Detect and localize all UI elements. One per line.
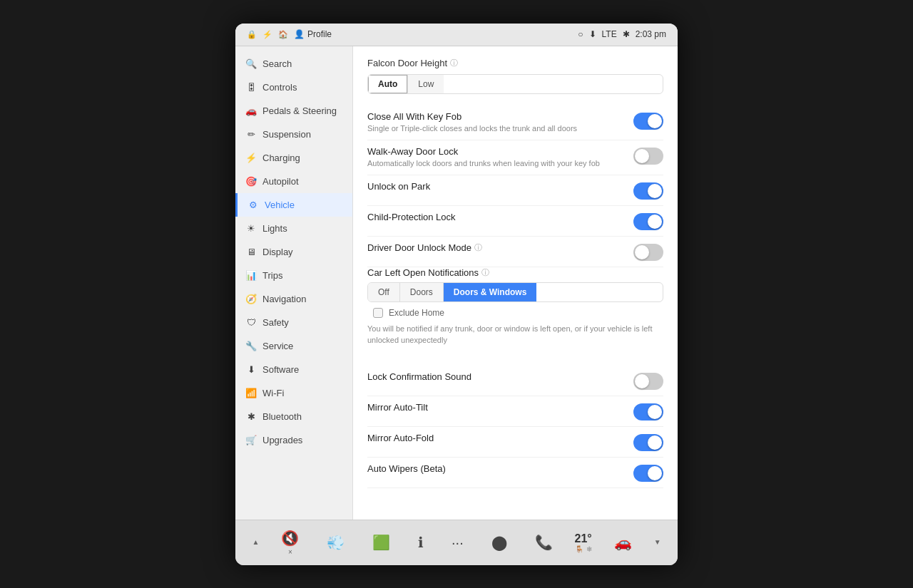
temperature-display[interactable]: 21° 🪑 ❄ (575, 532, 592, 553)
close-all-keyfob-desc: Single or Triple-click closes and locks … (367, 123, 625, 134)
unlock-on-park-title: Unlock on Park (367, 181, 625, 192)
controls-icon: 🎛 (245, 82, 257, 93)
time-display: 2:03 pm (636, 29, 666, 39)
walk-away-lock-title: Walk-Away Door Lock (367, 146, 625, 157)
sidebar-item-charging[interactable]: ⚡ Charging (235, 146, 352, 170)
falcon-door-btn-group: Auto Low (367, 74, 663, 94)
sidebar-item-upgrades[interactable]: 🛒 Upgrades (235, 428, 352, 452)
taskbar-arrows-down[interactable]: ▼ (654, 539, 661, 546)
car-left-open-section: Car Left Open Notifications ⓘ Off Doors … (367, 267, 663, 351)
sidebar-item-bluetooth[interactable]: ✱ Bluetooth (235, 405, 352, 428)
lock-confirmation-title: Lock Confirmation Sound (367, 371, 625, 382)
sidebar-item-navigation[interactable]: 🧭 Navigation (235, 287, 352, 311)
home-icon: 🏠 (278, 30, 288, 39)
volume-x-icon: × (288, 548, 292, 556)
auto-wipers-row: Auto Wipers (Beta) (367, 458, 663, 488)
taskbar-media[interactable]: ⬤ (486, 531, 513, 554)
sidebar-item-controls[interactable]: 🎛 Controls (235, 76, 352, 99)
bluetooth-icon: ✱ (623, 29, 630, 39)
taskbar-green[interactable]: 🟩 (367, 531, 396, 554)
sidebar: 🔍 Search 🎛 Controls 🚗 Pedals & Steering … (235, 46, 353, 520)
status-bar-left: 🔒 ⚡ 🏠 👤 Profile (247, 29, 332, 39)
mirror-auto-tilt-info: Mirror Auto-Tilt (367, 402, 633, 413)
falcon-door-section: Falcon Door Height ⓘ Auto Low (367, 58, 663, 94)
mirror-auto-fold-info: Mirror Auto-Fold (367, 433, 633, 443)
close-all-keyfob-toggle[interactable] (633, 113, 663, 130)
phone-icon: 📞 (535, 534, 553, 551)
info-taskbar-icon: ℹ (418, 534, 424, 551)
sidebar-item-pedals[interactable]: 🚗 Pedals & Steering (235, 99, 352, 123)
exclude-home-label: Exclude Home (389, 308, 444, 318)
navigation-icon: 🧭 (245, 294, 257, 304)
car-left-open-info-icon[interactable]: ⓘ (481, 267, 489, 278)
taskbar-volume[interactable]: 🔇 × (275, 527, 305, 559)
exclude-home-checkbox[interactable] (373, 308, 383, 318)
mirror-auto-tilt-toggle[interactable] (633, 403, 663, 421)
wifi-icon: 📶 (245, 388, 257, 398)
mirror-auto-fold-toggle[interactable] (633, 434, 663, 451)
seat-icon: 🪑 (575, 545, 583, 553)
walk-away-lock-toggle[interactable] (633, 148, 663, 165)
taskbar-car[interactable]: 🚗 (608, 531, 638, 554)
child-protection-toggle[interactable] (633, 213, 663, 230)
autopilot-icon: 🎯 (245, 176, 257, 187)
defrost-icon: ❄ (586, 545, 592, 553)
download-icon: ⬇ (589, 29, 596, 39)
lock-confirmation-info: Lock Confirmation Sound (367, 371, 633, 382)
vehicle-icon: ⚙ (248, 200, 259, 210)
bluetooth-sidebar-icon: ✱ (245, 411, 257, 422)
car-left-doors-windows-btn[interactable]: Doors & Windows (444, 283, 537, 301)
temp-icons: 🪑 ❄ (575, 545, 592, 553)
lock-confirmation-toggle[interactable] (633, 373, 663, 390)
child-protection-info: Child-Protection Lock (367, 212, 633, 222)
main-content: 🔍 Search 🎛 Controls 🚗 Pedals & Steering … (235, 46, 678, 520)
taskbar-arrows-up[interactable]: ▲ (252, 539, 259, 546)
falcon-door-low-btn[interactable]: Low (408, 75, 444, 93)
car-left-off-btn[interactable]: Off (368, 283, 400, 301)
temp-value: 21° (575, 532, 592, 545)
arrow-up-icon: ▲ (252, 539, 259, 546)
close-all-keyfob-row: Close All With Key Fob Single or Triple-… (367, 105, 663, 140)
falcon-door-info-icon[interactable]: ⓘ (450, 58, 458, 68)
driver-door-unlock-toggle[interactable] (633, 244, 663, 261)
driver-door-info-icon[interactable]: ⓘ (474, 242, 482, 253)
falcon-door-title: Falcon Door Height ⓘ (367, 58, 663, 68)
sidebar-item-lights[interactable]: ☀ Lights (235, 217, 352, 240)
driver-door-unlock-info: Driver Door Unlock Mode ⓘ (367, 242, 633, 253)
car-left-open-helper: You will be notified if any trunk, door … (367, 321, 663, 351)
child-protection-row: Child-Protection Lock (367, 206, 663, 237)
taskbar-more[interactable]: ··· (446, 532, 469, 554)
profile-button[interactable]: 👤 Profile (294, 29, 332, 39)
car-icon: 🚗 (614, 534, 632, 551)
status-bar: 🔒 ⚡ 🏠 👤 Profile ○ ⬇ LTE ✱ 2:03 pm (235, 24, 678, 46)
sidebar-item-vehicle[interactable]: ⚙ Vehicle (235, 193, 352, 217)
car-left-doors-btn[interactable]: Doors (400, 283, 444, 301)
sidebar-item-suspension[interactable]: ✏ Suspension (235, 123, 352, 146)
mirror-auto-fold-title: Mirror Auto-Fold (367, 433, 625, 443)
sidebar-item-service[interactable]: 🔧 Service (235, 334, 352, 358)
taskbar-fan[interactable]: 💨 (321, 531, 350, 554)
sidebar-item-display[interactable]: 🖥 Display (235, 240, 352, 264)
sidebar-item-software[interactable]: ⬇ Software (235, 358, 352, 381)
fan-icon: 💨 (327, 534, 345, 551)
sidebar-item-search[interactable]: 🔍 Search (235, 52, 352, 76)
software-icon: ⬇ (245, 364, 257, 375)
taskbar-info[interactable]: ℹ (412, 531, 429, 554)
sidebar-item-trips[interactable]: 📊 Trips (235, 264, 352, 287)
exclude-home-row: Exclude Home (367, 305, 663, 321)
unlock-on-park-toggle[interactable] (633, 182, 663, 200)
auto-wipers-title: Auto Wipers (Beta) (367, 463, 625, 474)
mirror-auto-tilt-row: Mirror Auto-Tilt (367, 396, 663, 427)
arrow-down-icon: ▼ (654, 539, 661, 546)
status-bar-right: ○ ⬇ LTE ✱ 2:03 pm (578, 29, 666, 39)
sidebar-item-wifi[interactable]: 📶 Wi-Fi (235, 381, 352, 405)
auto-wipers-toggle[interactable] (633, 465, 663, 482)
falcon-door-auto-btn[interactable]: Auto (368, 75, 408, 93)
taskbar-phone[interactable]: 📞 (529, 531, 558, 554)
sidebar-item-safety[interactable]: 🛡 Safety (235, 311, 352, 334)
auto-wipers-info: Auto Wipers (Beta) (367, 463, 633, 474)
mirror-auto-tilt-title: Mirror Auto-Tilt (367, 402, 625, 413)
pedals-icon: 🚗 (245, 105, 257, 116)
sidebar-item-autopilot[interactable]: 🎯 Autopilot (235, 170, 352, 193)
profile-label: Profile (307, 29, 332, 39)
